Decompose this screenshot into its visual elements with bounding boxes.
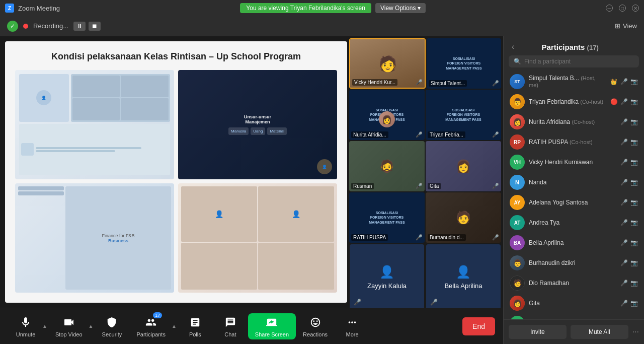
recording-dot (23, 24, 28, 29)
video-arrow[interactable]: ▲ (88, 321, 95, 331)
participant-name: Adelana Yogi Santosa (529, 199, 616, 206)
stop-video-label: Stop Video (55, 331, 83, 337)
participant-name: Andrea Tya (529, 219, 616, 226)
video-cell-ratih: SOSIALISASIFOREIGN VISITORSMANAGEMENT PA… (349, 192, 425, 243)
avatar: AT (510, 215, 525, 230)
maximize-button[interactable]: □ (619, 5, 626, 12)
recording-controls: ⏸ ⏹ (73, 22, 101, 31)
reactions-label: Reactions (303, 331, 328, 337)
title-bar: Z Zoom Meeting You are viewing Triyan Fe… (0, 0, 644, 16)
security-button[interactable]: Security (94, 312, 129, 340)
video-row-5: 👤 Zayyin Kalula 🎤 👤 Bella Aprilina 🎤 (349, 244, 501, 308)
recording-bar: ✓ Recording... ⏸ ⏹ ⊞ View (0, 16, 644, 36)
participants-count: (17) (587, 44, 599, 51)
polls-icon (188, 315, 202, 329)
video-label-rusman: Rusman (351, 183, 374, 189)
participant-name: Nurita Afridiana (Co-host) (529, 118, 616, 125)
mic-muted-icon: 🎤 (620, 98, 628, 105)
avatar: N (510, 175, 525, 190)
content-area: Kondisi pelaksanaan Kelas Rintisan – Up … (0, 36, 503, 344)
reactions-icon (308, 315, 323, 329)
recording-left: ✓ Recording... ⏸ ⏹ (7, 21, 101, 32)
stop-video-group: Stop Video ▲ (48, 312, 95, 340)
bottom-toolbar: Unmute ▲ Stop Video ▲ (0, 308, 503, 344)
list-item: GK Gita Kurnia 🎤 📷 (506, 313, 642, 319)
slide-cell-4: 👤 👤 (178, 183, 337, 293)
video-cell-gita: 👩 Gita 🎤 (426, 141, 501, 191)
reactions-button[interactable]: Reactions (296, 312, 335, 340)
avatar: 👨 (510, 94, 525, 109)
host-badge-icon: 👑 (610, 79, 618, 85)
participant-controls: 👑 🎤 📷 (610, 78, 638, 85)
participants-icon: 17 (144, 315, 158, 329)
avatar: RP (510, 134, 525, 150)
slide-cell-3: Finance for F&BBusiness (15, 183, 174, 293)
participants-label: Participants (136, 331, 165, 337)
view-grid-icon: ⊞ (615, 22, 620, 30)
avatar: 👩 (510, 114, 525, 129)
share-screen-label: Share Screen (255, 331, 289, 337)
video-icon: 📷 (630, 280, 638, 287)
recording-pause-button[interactable]: ⏸ (73, 22, 86, 31)
app-title: Zoom Meeting (18, 5, 60, 12)
more-icon (345, 315, 359, 329)
more-button[interactable]: More (335, 312, 370, 340)
list-item: VH Vicky Hendri Kurniawan 🎤 📷 (506, 152, 642, 172)
view-options-button[interactable]: View Options ▾ (375, 3, 426, 13)
video-label-burhan: Burhanudin d... (428, 234, 466, 241)
video-grid: 🧑 Vicky Hendri Kur... 🎤 SOSIALISASIFOREI… (347, 36, 503, 308)
participant-name: Burhanudin dzikri (529, 259, 616, 266)
participants-arrow[interactable]: ▲ (171, 321, 178, 331)
unmute-arrow[interactable]: ▲ (41, 321, 48, 331)
video-icon: 📷 (630, 300, 638, 307)
participants-count-badge: 17 (153, 312, 162, 318)
search-icon: 🔍 (514, 58, 521, 65)
participants-button[interactable]: 17 Participants (129, 312, 172, 340)
participant-controls: 🎤 📷 (620, 118, 638, 125)
stop-video-button[interactable]: Stop Video (48, 312, 90, 340)
mic-icon: 🎤 (620, 199, 628, 206)
mic-icon: 🎤 (620, 300, 628, 307)
participant-name: Dio Ramadhan (529, 280, 616, 287)
slide-container: Kondisi pelaksanaan Kelas Rintisan – Up … (5, 41, 347, 303)
participants-panel: ‹ Participants (17) 🔍 ST Simpul Talenta … (503, 36, 644, 344)
video-mic-triyan: 🎤 (492, 131, 499, 138)
mic-icon: 🎤 (620, 159, 628, 166)
avatar: 🧑 (510, 276, 525, 291)
chat-button[interactable]: Chat (213, 312, 248, 340)
mic-icon: 🎤 (620, 78, 628, 85)
more-options-button[interactable]: ··· (632, 327, 639, 336)
participant-name: Triyan Febriandika (Co-host) (529, 98, 606, 105)
search-input[interactable] (524, 58, 634, 65)
video-icon: 📷 (630, 118, 638, 125)
security-label: Security (102, 331, 122, 337)
invite-button[interactable]: Invite (509, 325, 567, 339)
title-bar-center: You are viewing Triyan Febrilandika's sc… (240, 3, 425, 13)
end-button[interactable]: End (462, 317, 495, 335)
video-mic-rusman: 🎤 (416, 183, 423, 189)
list-item: 👨 Triyan Febriandika (Co-host) 🔴 🎤 📷 (506, 92, 642, 112)
recording-stop-button[interactable]: ⏹ (89, 22, 101, 31)
avatar: GK (510, 316, 525, 319)
participant-controls: 🔴 🎤 📷 (610, 98, 638, 105)
list-item: 👩 Gita 🎤 📷 (506, 293, 642, 313)
mute-all-button[interactable]: Mute All (571, 325, 628, 339)
unmute-button[interactable]: Unmute (8, 312, 43, 340)
view-button[interactable]: ⊞ View (615, 22, 637, 30)
participant-name: Vicky Hendri Kurniawan (529, 159, 616, 166)
participant-controls: 🎤 📷 (620, 159, 638, 166)
panel-collapse-button[interactable]: ‹ (512, 42, 514, 51)
share-screen-button[interactable]: Share Screen (248, 313, 296, 339)
participant-controls: 🎤 📷 (620, 199, 638, 206)
screen-content: Kondisi pelaksanaan Kelas Rintisan – Up … (5, 41, 347, 303)
mic-icon: 🎤 (620, 118, 628, 125)
close-button[interactable]: ✕ (632, 5, 639, 12)
video-cell-bella: 👤 Bella Aprilina 🎤 (426, 244, 501, 308)
minimize-button[interactable]: ─ (606, 5, 613, 12)
polls-button[interactable]: Polls (178, 312, 213, 340)
list-item: 👩 Nurita Afridiana (Co-host) 🎤 📷 (506, 112, 642, 132)
video-label-triyan: Triyan Febria... (428, 131, 465, 138)
shield-icon: ✓ (7, 21, 18, 32)
title-bar-left: Z Zoom Meeting (5, 4, 60, 13)
video-label-vicky: Vicky Hendri Kur... (352, 79, 397, 86)
